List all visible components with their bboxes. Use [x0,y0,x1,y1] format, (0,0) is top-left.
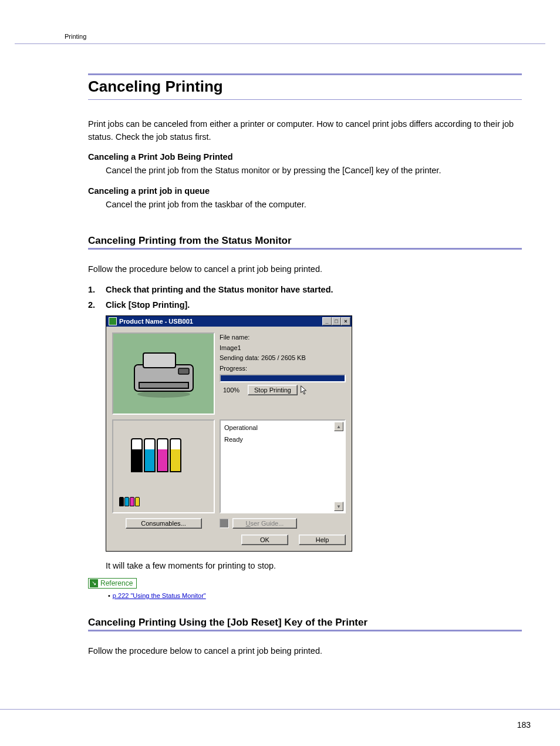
progress-percent: 100% [220,385,243,395]
section1-lead: Follow the procedure below to cancel a p… [88,263,522,275]
help-button[interactable]: Help [299,535,346,545]
page-number: 183 [517,720,531,730]
dialog-title: Product Name - USB001 [119,318,193,325]
mini-ink-icon [119,497,140,506]
intro-paragraph: Print jobs can be canceled from either a… [88,117,522,144]
dialog-titlebar[interactable]: Product Name - USB001 _ □ × [106,316,352,327]
close-icon[interactable]: × [341,317,350,325]
user-guide-button[interactable]: User Guide... [232,518,297,529]
scroll-up-icon[interactable]: ▲ [334,422,343,431]
reference-label: Reference [100,579,133,587]
svg-rect-1 [143,353,176,368]
ink-magenta [157,438,168,472]
scroll-down-icon[interactable]: ▼ [334,502,343,511]
file-name-value: Image1 [220,343,346,353]
file-name-label: File name: [220,332,346,342]
step-text: Check that printing and the Status monit… [106,285,333,294]
status-text-box: Operational Ready ▲ ▼ [220,419,346,513]
ink-yellow [170,438,181,472]
maximize-icon[interactable]: □ [332,317,341,325]
step-number: 2. [88,300,106,310]
sending-data: Sending data: 2605 / 2605 KB [220,353,346,363]
step-2: 2. Click [Stop Printing]. [88,300,522,310]
printer-image [112,332,215,415]
step-list: 1. Check that printing and the Status mo… [88,285,522,310]
reference-link[interactable]: p.222 "Using the Status Monitor" [108,592,522,599]
step-1: 1. Check that printing and the Status mo… [88,285,522,294]
page-title: Canceling Printing [88,78,522,96]
minimize-icon[interactable]: _ [322,317,332,325]
subbody-printing: Cancel the print job from the Status mon… [106,164,522,177]
subhead-queue: Canceling a print job in queue [88,186,522,196]
svg-point-4 [137,391,190,398]
subbody-queue: Cancel the print job from the taskbar of… [106,198,522,211]
step-number: 1. [88,285,106,294]
status-operational: Operational [224,424,341,431]
svg-rect-3 [178,368,189,374]
consumables-button[interactable]: Consumables... [126,518,202,529]
ink-cyan [144,438,156,472]
step-note: It will take a few moments for printing … [106,561,522,570]
step-text: Click [Stop Printing]. [106,300,190,310]
chapter-label: Printing [65,33,86,40]
reference-badge: ↘ Reference [88,578,137,589]
printer-icon [129,347,199,400]
ink-black [131,438,143,472]
info-panel: File name: Image1 Sending data: 2605 / 2… [220,332,346,415]
svg-rect-2 [139,382,188,388]
cursor-icon [300,385,308,395]
progress-label: Progress: [220,364,346,374]
ink-panel [112,419,215,513]
reference-icon: ↘ [90,579,98,587]
status-monitor-dialog: Product Name - USB001 _ □ × [106,315,352,552]
section2-lead: Follow the procedure below to cancel a p… [88,644,522,657]
app-icon [109,317,117,325]
guide-icon [220,519,229,528]
progress-bar [220,374,346,382]
section-status-monitor: Canceling Printing from the Status Monit… [88,235,522,250]
status-ready: Ready [224,436,341,443]
section-job-reset: Canceling Printing Using the [Job Reset]… [88,617,522,631]
stop-printing-button[interactable]: Stop Printing [248,385,298,395]
ok-button[interactable]: OK [241,535,288,545]
subhead-printing: Canceling a Print Job Being Printed [88,152,522,162]
